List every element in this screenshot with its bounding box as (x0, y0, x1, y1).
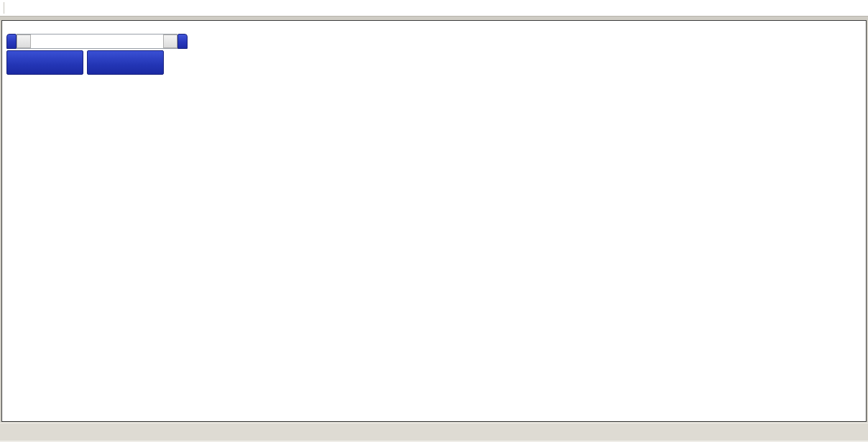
chart-window (1, 20, 867, 422)
macd-label (6, 303, 9, 312)
toolbar-separator (4, 2, 4, 14)
rsi-label (6, 360, 9, 369)
buy-button[interactable] (177, 34, 188, 49)
volume-decrease-button[interactable] (17, 34, 31, 48)
sell-price-button[interactable] (6, 50, 83, 75)
price-chart-canvas[interactable] (2, 21, 864, 420)
timeframe-toolbar (0, 0, 868, 17)
volume-input[interactable] (31, 34, 163, 48)
tab-scroll-right-icon[interactable] (862, 427, 867, 430)
one-click-trade-panel (6, 34, 164, 75)
tab-scroll-left-icon[interactable] (854, 427, 858, 430)
buy-price-button[interactable] (87, 50, 164, 75)
symbol-tabbar (0, 423, 868, 441)
sell-button[interactable] (6, 34, 17, 49)
volume-increase-button[interactable] (163, 34, 177, 48)
chart-title (6, 24, 13, 34)
